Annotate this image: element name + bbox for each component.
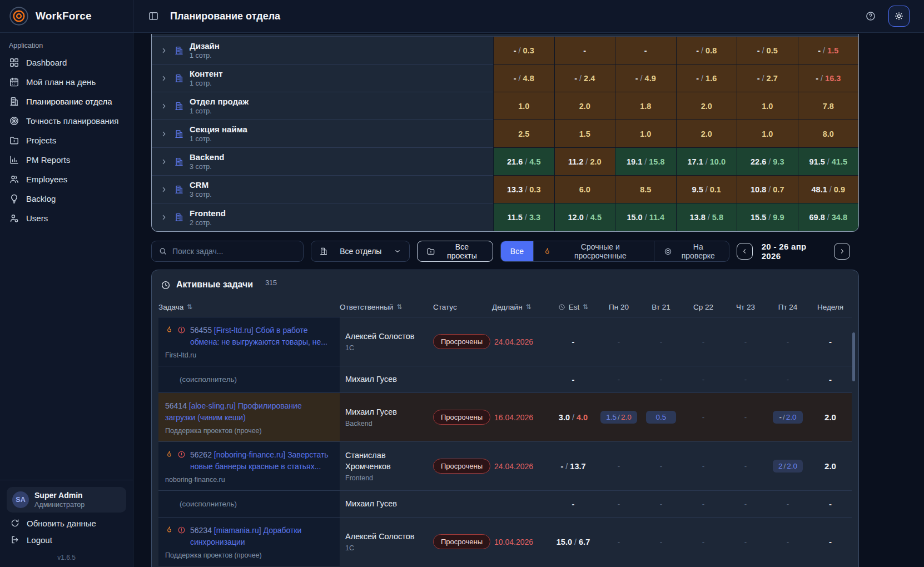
assignee-cell: Алексей Солостов 1С	[340, 326, 433, 357]
plan-value-cell: -	[615, 37, 676, 64]
sidebar-item-label: Projects	[26, 136, 56, 145]
assignee-cell: Алексей Солостов 1С	[340, 526, 433, 558]
filter-toolbar: Все отделы Все проекты ВсеСрочные и прос…	[151, 241, 859, 262]
department-row-6[interactable]: Frontend 2 сотр. 11.5/3.312.0/4.515.0/11…	[152, 203, 858, 231]
main-area: Планирование отдела Дизайн 1 сотр. -/0.3…	[133, 0, 924, 567]
sidebar-item-calendar[interactable]: Мой план на день	[0, 72, 133, 92]
expand-chevron-icon[interactable]	[160, 46, 168, 55]
column-label: Ответственный	[340, 303, 393, 311]
column-header-7: Ср 22	[682, 303, 724, 311]
estimate-cell: -	[549, 500, 598, 509]
tasks-table: Задача⇅Ответственный⇅СтатусДедлайн⇅Est⇅П…	[152, 297, 858, 566]
sidebar-item-users[interactable]: Users	[0, 208, 133, 228]
column-header-5: Пн 20	[598, 303, 640, 311]
assignee-department: 1С	[345, 344, 429, 352]
plan-value-cell: 21.6/4.5	[493, 148, 554, 176]
coexecutor-row[interactable]: (соисполнитель) Михаил Гусев -------	[158, 366, 852, 392]
expand-chevron-icon[interactable]	[160, 157, 168, 166]
task-project: Поддержка проектов (прочее)	[165, 427, 332, 435]
department-select[interactable]: Все отделы	[311, 241, 410, 262]
tasks-panel-header: Активные задачи 315	[152, 270, 858, 297]
day-value-badge: 1.5/2.0	[600, 411, 637, 424]
sidebar-item-chart[interactable]: PM Reports	[0, 150, 133, 170]
plan-value-cell: -/4.8	[493, 64, 554, 92]
plan-value-cell: -/0.8	[676, 37, 737, 64]
department-row-3[interactable]: Секция найма 1 сотр. 2.51.51.02.01.08.0	[152, 120, 858, 148]
department-row-4[interactable]: Backend 3 сотр. 21.6/4.511.2/2.019.1/15.…	[152, 148, 858, 176]
all-projects-filter-button[interactable]: Все проекты	[417, 241, 493, 262]
sidebar-item-building[interactable]: Планирование отдела	[0, 92, 133, 111]
task-row[interactable]: 56262 [noboring-finance.ru] Заверстать н…	[158, 441, 852, 490]
help-icon[interactable]	[865, 11, 876, 22]
task-row[interactable]: 56455 [First-ltd.ru] Сбой в работе обмен…	[158, 317, 852, 366]
theme-toggle-button[interactable]	[888, 6, 910, 27]
expand-chevron-icon[interactable]	[160, 130, 168, 138]
urgent-fire-icon	[165, 526, 173, 534]
user-card[interactable]: SA Super Admin Администратор	[7, 487, 126, 513]
sort-icon: ⇅	[396, 303, 402, 311]
department-headcount: 3 сотр.	[190, 163, 225, 171]
sidebar-item-bulb[interactable]: Backlog	[0, 189, 133, 208]
column-header-3[interactable]: Дедлайн⇅	[492, 303, 549, 311]
expand-chevron-icon[interactable]	[160, 74, 168, 83]
column-header-4[interactable]: Est⇅	[549, 303, 598, 311]
segment-on-review[interactable]: На проверке	[654, 241, 729, 261]
column-header-0[interactable]: Задача⇅	[158, 303, 340, 311]
plan-value-cell: 2.0	[554, 92, 615, 120]
sidebar-item-label: Users	[26, 213, 48, 223]
header-actions	[865, 6, 910, 27]
prev-week-button[interactable]	[737, 243, 753, 260]
logout-button[interactable]: Logout	[7, 529, 126, 546]
sidebar-item-target[interactable]: Точность планирования	[0, 111, 133, 131]
department-row-0[interactable]: Дизайн 1 сотр. -/0.3---/0.8-/0.5-/1.5	[152, 37, 858, 64]
sidebar-item-people[interactable]: Employees	[0, 170, 133, 189]
active-tasks-panel: Активные задачи 315 Задача⇅Ответственный…	[151, 270, 859, 567]
assignee-department: 1С	[345, 544, 429, 552]
department-name: Backend	[190, 152, 225, 162]
column-header-1[interactable]: Ответственный⇅	[340, 303, 433, 311]
sidebar-item-dashboard[interactable]: Dashboard	[0, 53, 133, 72]
expand-chevron-icon[interactable]	[160, 185, 168, 194]
expand-chevron-icon[interactable]	[160, 213, 168, 222]
estimate-cell: 3.0/4.0	[549, 413, 598, 422]
department-row-1[interactable]: Контент 1 сотр. -/4.8-/2.4-/4.9-/1.6-/2.…	[152, 64, 858, 92]
coexecutor-row[interactable]: (соисполнитель) Михаил Гусев -------	[158, 490, 852, 517]
assignee-name: Алексей Солостов	[345, 331, 429, 342]
tasks-scrollbar[interactable]	[852, 332, 855, 381]
department-row-2[interactable]: Отдел продаж 1 сотр. 1.02.01.82.01.07.8	[152, 92, 858, 120]
department-row-5[interactable]: CRM 3 сотр. 13.3/0.36.08.59.5/0.110.8/0.…	[152, 176, 858, 203]
day-cell: -	[724, 500, 767, 508]
assignee-name: Алексей Солостов	[345, 531, 429, 543]
segment-all[interactable]: Все	[501, 241, 534, 261]
day-cell: -	[724, 375, 767, 384]
tasks-table-body: 56455 [First-ltd.ru] Сбой в работе обмен…	[158, 317, 852, 566]
next-week-button[interactable]	[834, 243, 850, 260]
assignee-department: Frontend	[345, 474, 429, 482]
refresh-data-button[interactable]: Обновить данные	[7, 513, 126, 529]
week-pager: 20 - 26 апр 2026	[737, 242, 850, 261]
plan-value-cell: 8.5	[615, 176, 676, 203]
sidebar-toggle-icon[interactable]	[148, 11, 159, 22]
column-label: Статус	[433, 303, 457, 311]
sun-icon	[894, 11, 904, 21]
task-search[interactable]	[151, 241, 304, 262]
status-badge: Просрочены	[433, 534, 490, 549]
task-id: 56262	[190, 450, 212, 459]
department-cell: Дизайн 1 сотр.	[152, 37, 493, 64]
expand-chevron-icon[interactable]	[160, 102, 168, 111]
task-flags	[165, 450, 186, 459]
day-cell: -	[724, 538, 767, 546]
assignee-cell: Станислав Хромченков Frontend	[340, 445, 433, 487]
tasks-table-header: Задача⇅Ответственный⇅СтатусДедлайн⇅Est⇅П…	[158, 297, 852, 317]
plan-value-cell: 8.0	[798, 120, 859, 148]
sidebar-item-folder[interactable]: Projects	[0, 131, 133, 150]
task-row[interactable]: 56414 [aloe-sling.ru] Профилирование заг…	[158, 392, 852, 441]
task-filter-segmented: ВсеСрочные и просроченныеНа проверке	[500, 241, 729, 262]
sort-icon: ⇅	[526, 303, 531, 311]
urgent-fire-icon	[165, 450, 173, 459]
segment-urgent-overdue[interactable]: Срочные и просроченные	[534, 241, 654, 261]
search-input[interactable]	[172, 247, 296, 256]
plan-value-cell: -	[554, 37, 615, 64]
task-row[interactable]: 56234 [miamania.ru] Доработки синхрониза…	[158, 517, 852, 566]
day-cell: -	[682, 538, 724, 546]
